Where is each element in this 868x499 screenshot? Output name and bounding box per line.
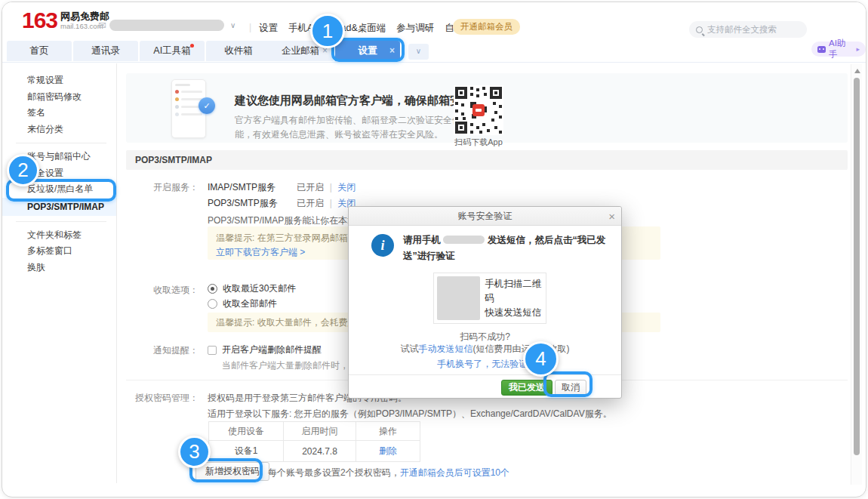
notify-label: 通知提醒： <box>125 344 199 357</box>
menu-item-settings[interactable]: 设置 <box>259 22 278 35</box>
account-email-redacted <box>109 20 224 31</box>
radio-checked-icon[interactable] <box>208 284 217 294</box>
radio-unchecked-icon[interactable] <box>208 299 217 309</box>
vip-upgrade-badge[interactable]: 开通邮箱会员 <box>453 19 520 35</box>
col-action: 操作 <box>356 422 420 441</box>
dialog-title-bar: 账号安全验证 × <box>349 207 621 226</box>
robot-icon <box>817 46 826 53</box>
sidebar-item-password-change[interactable]: 邮箱密码修改 <box>2 89 116 106</box>
close-icon[interactable]: × <box>389 41 395 61</box>
auth-limit-text: 每个账号最多设置2个授权密码，开通邮箱会员后可设置10个 <box>268 467 509 479</box>
tab-settings[interactable]: 设置× <box>335 41 400 61</box>
search-box <box>689 21 807 38</box>
sidebar-item-general-settings[interactable]: 常规设置 <box>2 72 116 89</box>
sidebar-item-signature[interactable]: 签名 <box>2 105 116 122</box>
scan-fail-text: 扫码不成功? <box>349 331 621 343</box>
sms-sent-confirm-button[interactable]: 我已发送 <box>501 380 553 396</box>
vip-limit-link[interactable]: 开通邮箱会员后可设置10个 <box>400 467 509 478</box>
fetch-options-label: 收取选项： <box>125 284 199 297</box>
arrow-right-icon: ▸ <box>856 45 860 53</box>
imap-status: 已开启 <box>297 182 324 193</box>
sidebar-item-pop3-smtp-imap[interactable]: POP3/SMTP/IMAP <box>2 198 116 216</box>
sidebar-item-skin[interactable]: 换肤 <box>2 260 116 276</box>
shield-check-icon: ✓ <box>199 97 215 114</box>
tab-bar: 首页 通讯录 AI工具箱 收件箱 企业邮箱× 设置× ∨ AI助手 ▸ <box>2 39 866 63</box>
tab-ai-tools[interactable]: AI工具箱 <box>140 41 205 61</box>
fetch-option-30days[interactable]: 收取最近30天邮件 <box>208 282 296 295</box>
tab-inbox[interactable]: 收件箱 <box>206 41 271 61</box>
fetch-option-all[interactable]: 收取全部邮件 <box>208 297 277 310</box>
account-security-dialog: 账号安全验证 × i 请用手机 发送短信，然后点击“我已发送”进行验证 手机扫描… <box>348 206 622 399</box>
scrollbar-thumb[interactable] <box>854 78 860 455</box>
phone-number-redacted <box>443 236 485 244</box>
sidebar-item-security-settings[interactable]: 安全设置 <box>2 165 116 182</box>
qr-instruction-line2: 快速发送短信 <box>485 306 546 320</box>
sidebar-item-antispam-blacklist[interactable]: 反垃圾/黑白名单 <box>2 181 116 198</box>
auth-devices-table: 使用设备 启用时间 操作 设备1 2024.7.8 删除 <box>208 421 420 462</box>
imap-close-link[interactable]: 关闭 <box>337 182 356 193</box>
add-auth-password-button[interactable]: 新增授权密码 <box>195 462 269 481</box>
netease-163-logo[interactable]: 163 网易免费邮 mail.163.com <box>22 9 109 32</box>
menu-item-mobile-app[interactable]: 手机App <box>288 22 324 35</box>
sidebar-item-account-center[interactable]: 账号与邮箱中心 <box>2 149 116 165</box>
manual-sms-line: 试试手动发送短信(短信费用由运营商收取) <box>349 343 621 356</box>
logo-163-text: 163 <box>22 9 57 32</box>
service-toggle-label: 开启服务： <box>125 181 199 194</box>
sidebar-divider <box>16 143 106 143</box>
pop3-smtp-service-row: POP3/SMTP服务 已开启 | 关闭 <box>208 197 356 210</box>
table-row: 设备1 2024.7.8 删除 <box>209 441 420 462</box>
tab-contacts[interactable]: 通讯录 <box>73 41 138 61</box>
account-selector[interactable]: ✉ ∨ <box>98 20 235 31</box>
checkbox-unchecked-icon[interactable] <box>208 346 217 355</box>
auth-password-label: 授权密码管理： <box>125 392 199 405</box>
menu-item-desktop[interactable]: Pad&桌面端 <box>334 22 386 35</box>
search-input[interactable] <box>707 25 798 34</box>
top-bar: 163 网易免费邮 mail.163.com ✉ ∨ | 设置 手机App Pa… <box>2 2 866 39</box>
device-name-cell: 设备1 <box>209 441 284 462</box>
chevron-down-icon: ∨ <box>416 47 421 55</box>
change-phone-line: 手机换号了，无法验证? <box>349 358 621 371</box>
auth-description-2: 适用于登录以下服务: 您开启的服务（例如POP3/IMAP/SMTP）、Exch… <box>208 408 612 420</box>
new-badge-dot <box>190 44 194 48</box>
delete-device-link[interactable]: 删除 <box>379 445 397 456</box>
info-icon: i <box>371 234 394 257</box>
more-tabs-button[interactable]: ∨ <box>408 44 429 60</box>
imap-smtp-service-row: IMAP/SMTP服务 已开启 | 关闭 <box>208 181 356 194</box>
banner-title: 建议您使用网易邮箱官方客户端，确保邮箱安全 <box>235 94 472 108</box>
qr-instruction-line1: 手机扫描二维码 <box>485 277 546 306</box>
mail-window: 163 网易免费邮 mail.163.com ✉ ∨ | 设置 手机App Pa… <box>2 2 866 497</box>
sms-qr-box: 手机扫描二维码 快速发送短信 <box>433 273 546 324</box>
close-icon[interactable]: × <box>608 207 615 226</box>
sidebar-item-mail-classification[interactable]: 来信分类 <box>2 122 116 138</box>
menu-item-survey[interactable]: 参与调研 <box>396 22 434 35</box>
close-icon[interactable]: × <box>322 41 328 61</box>
col-device: 使用设备 <box>209 422 284 441</box>
chevron-down-icon[interactable]: ∨ <box>230 21 235 29</box>
top-divider: | <box>249 22 251 32</box>
section-header-pop3-smtp-imap: POP3/SMTP/IMAP <box>126 150 848 170</box>
sidebar-item-folders-labels[interactable]: 文件夹和标签 <box>2 227 116 244</box>
delete-notify-option[interactable]: 开启客户端删除邮件提醒 <box>208 343 322 356</box>
pop3-status: 已开启 <box>297 198 324 208</box>
sidebar-divider <box>16 221 106 222</box>
vertical-scrollbar <box>851 64 862 485</box>
table-header-row: 使用设备 启用时间 操作 <box>209 422 420 441</box>
mail-icon: ✉ <box>98 20 106 31</box>
search-icon <box>696 26 703 33</box>
ai-assistant-button[interactable]: AI助手 ▸ <box>811 42 866 57</box>
dialog-footer: 我已发送 取消 <box>349 374 621 399</box>
tab-home[interactable]: 首页 <box>7 41 72 61</box>
download-app-qr-code <box>454 85 503 135</box>
settings-sidebar: 常规设置 邮箱密码修改 签名 来信分类 账号与邮箱中心 安全设置 反垃圾/黑白名… <box>2 63 117 483</box>
sidebar-item-multi-tab-window[interactable]: 多标签窗口 <box>2 243 116 260</box>
change-phone-link[interactable]: 手机换号了，无法验证? <box>437 359 533 369</box>
manual-sms-link[interactable]: 手动发送短信 <box>419 343 473 354</box>
dialog-title: 账号安全验证 <box>458 211 512 221</box>
download-client-link[interactable]: 立即下载官方客户端 > <box>216 247 305 257</box>
enable-time-cell: 2024.7.8 <box>284 441 356 462</box>
official-client-banner: ✓ 建议您使用网易邮箱官方客户端，确保邮箱安全 官方客户端具有邮件加密传输、邮箱… <box>126 73 848 143</box>
dialog-message: 请用手机 发送短信，然后点击“我已发送”进行验证 <box>403 233 613 264</box>
tab-enterprise-mail[interactable]: 企业邮箱× <box>268 41 333 61</box>
cancel-button[interactable]: 取消 <box>555 380 586 396</box>
scroll-up-arrow-icon[interactable] <box>854 69 860 73</box>
